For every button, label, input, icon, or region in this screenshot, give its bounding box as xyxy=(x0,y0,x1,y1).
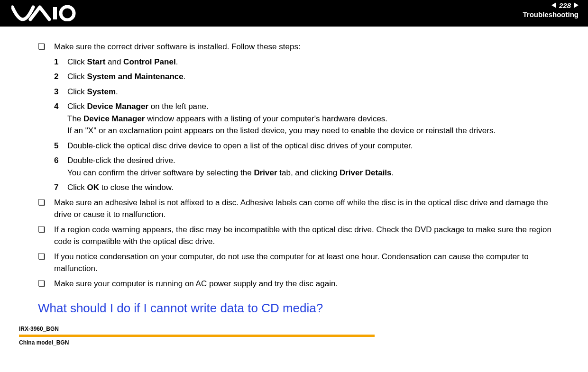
step-number: 7 xyxy=(54,181,67,194)
bullet-marker-icon: ❏ xyxy=(38,224,54,248)
section-heading: What should I do if I cannot write data … xyxy=(38,299,560,318)
step-text: Double-click the desired drive. You can … xyxy=(67,154,560,179)
bullet-text: If you notice condensation on your compu… xyxy=(54,251,560,275)
bullet-marker-icon: ❏ xyxy=(38,251,54,275)
step-item: 6 Double-click the desired drive. You ca… xyxy=(54,154,560,179)
bullet-item: ❏ Make sure an adhesive label is not aff… xyxy=(38,197,560,221)
svg-rect-0 xyxy=(53,7,57,19)
step-item: 2 Click System and Maintenance. xyxy=(54,71,560,83)
page-nav: 228 xyxy=(523,1,579,9)
step-number: 6 xyxy=(54,154,67,179)
prev-page-icon[interactable] xyxy=(551,2,556,8)
bullet-text: Make sure an adhesive label is not affix… xyxy=(54,197,560,221)
svg-point-1 xyxy=(61,7,74,20)
footer-label-2: China model_BGN xyxy=(19,338,588,347)
next-page-icon[interactable] xyxy=(574,2,579,8)
step-text: Double-click the optical disc drive devi… xyxy=(67,140,560,152)
step-number: 1 xyxy=(54,56,67,68)
step-text: Click System. xyxy=(67,86,560,98)
step-number: 5 xyxy=(54,140,67,152)
header-right: 228 Troubleshooting xyxy=(523,0,579,18)
step-text: Click OK to close the window. xyxy=(67,181,560,194)
step-number: 4 xyxy=(54,100,67,137)
bullet-item: ❏ If you notice condensation on your com… xyxy=(38,251,560,275)
step-text: Click Device Manager on the left pane. T… xyxy=(67,100,560,137)
bullet-text: Make sure your computer is running on AC… xyxy=(54,278,560,290)
section-title: Troubleshooting xyxy=(523,10,579,18)
step-item: 7 Click OK to close the window. xyxy=(54,181,560,194)
bullet-marker-icon: ❏ xyxy=(38,197,54,221)
bullet-text: If a region code warning appears, the di… xyxy=(54,224,560,248)
header-bar: 228 Troubleshooting xyxy=(0,0,588,27)
bullet-item: ❏ Make sure the correct driver software … xyxy=(38,41,560,53)
bullet-item: ❏ If a region code warning appears, the … xyxy=(38,224,560,248)
bullet-marker-icon: ❏ xyxy=(38,41,54,53)
step-item: 4 Click Device Manager on the left pane.… xyxy=(54,100,560,137)
step-number: 2 xyxy=(54,71,67,83)
bullet-item: ❏ Make sure your computer is running on … xyxy=(38,278,560,290)
footer: IRX-3960_BGN China model_BGN xyxy=(0,324,588,357)
step-item: 1 Click Start and Control Panel. xyxy=(54,56,560,68)
step-number: 3 xyxy=(54,86,67,98)
bullet-text: Make sure the correct driver software is… xyxy=(54,41,560,53)
page-number: 228 xyxy=(559,1,571,9)
step-item: 3 Click System. xyxy=(54,86,560,98)
bullet-marker-icon: ❏ xyxy=(38,278,54,290)
step-text: Click System and Maintenance. xyxy=(67,71,560,83)
footer-label-1: IRX-3960_BGN xyxy=(19,324,588,334)
step-item: 5 Double-click the optical disc drive de… xyxy=(54,140,560,152)
page-content: ❏ Make sure the correct driver software … xyxy=(0,27,588,324)
divider-bar xyxy=(19,335,375,337)
vaio-logo xyxy=(11,5,78,21)
step-text: Click Start and Control Panel. xyxy=(67,56,560,68)
